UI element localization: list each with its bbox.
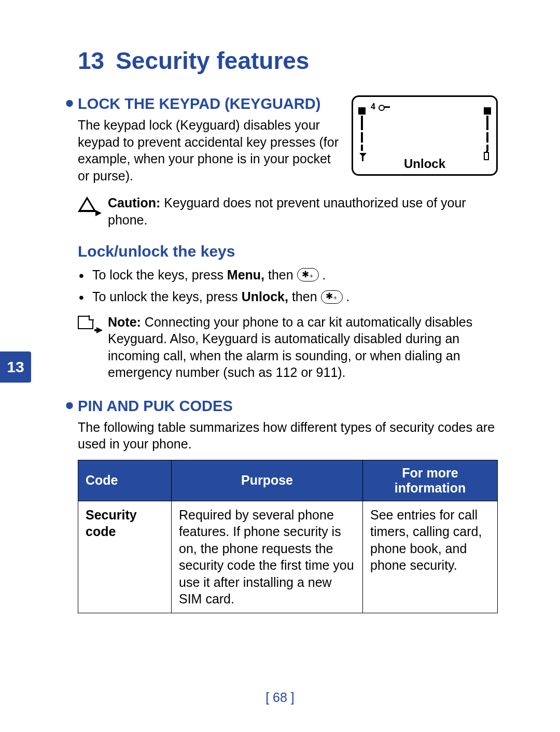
text-fragment: then <box>264 268 297 282</box>
section-heading-text: PIN AND PUK CODES <box>78 398 233 415</box>
phone-screen-illustration: 4 Unlock <box>352 95 498 176</box>
header-info: For more information <box>363 460 498 501</box>
lock-instruction: To lock the keys, press Menu, then ✱₊ . <box>92 265 498 284</box>
chapter-side-tab: 13 <box>0 351 31 383</box>
bullet-icon: • <box>65 400 74 411</box>
header-code: Code <box>78 460 172 501</box>
table-header-row: Code Purpose For more information <box>78 460 498 501</box>
caution-body: Keyguard does not prevent unauthorized u… <box>108 195 466 227</box>
unlock-key-label: Unlock, <box>242 289 288 304</box>
table-row: Security code Required by several phone … <box>78 501 498 613</box>
page-number: [ 68 ] <box>0 690 560 705</box>
cell-code: Security code <box>78 501 172 613</box>
chapter-title: 13Security features <box>78 47 498 75</box>
section-heading-keyguard: • LOCK THE KEYPAD (KEYGUARD) <box>78 95 341 112</box>
softkey-unlock-label: Unlock <box>353 157 496 171</box>
security-codes-table: Code Purpose For more information Securi… <box>78 460 498 613</box>
chapter-title-text: Security features <box>116 47 309 74</box>
text-fragment: To unlock the keys, press <box>92 289 242 304</box>
caution-label: Caution: <box>108 195 160 210</box>
key-lock-icon <box>379 104 390 109</box>
chapter-number: 13 <box>78 47 104 74</box>
header-purpose: Purpose <box>172 460 363 501</box>
text-fragment: . <box>319 268 326 282</box>
right-status-bar-icon <box>483 107 492 164</box>
cell-purpose: Required by several phone features. If p… <box>172 501 363 613</box>
sub-heading-lock-unlock: Lock/unlock the keys <box>78 243 498 260</box>
caution-icon <box>78 196 99 215</box>
note-label: Note: <box>108 315 141 329</box>
keyguard-description: The keypad lock (Keyguard) disables your… <box>78 117 341 184</box>
star-key-icon: ✱₊ <box>297 268 319 281</box>
star-key-icon: ✱₊ <box>321 290 343 304</box>
note-icon <box>78 316 99 334</box>
signal-strength-label: 4 <box>371 102 375 111</box>
note-text: Note: Connecting your phone to a car kit… <box>108 314 498 381</box>
note-body: Connecting your phone to a car kit autom… <box>108 315 472 380</box>
left-status-bar-icon <box>357 107 367 164</box>
cell-info: See entries for call timers, calling car… <box>363 501 498 613</box>
text-fragment: To lock the keys, press <box>92 268 227 282</box>
text-fragment: . <box>343 289 350 304</box>
section-heading-pin-puk: • PIN AND PUK CODES <box>78 398 498 415</box>
text-fragment: then <box>288 289 321 304</box>
menu-key-label: Menu, <box>227 268 264 282</box>
pin-puk-description: The following table summarizes how diffe… <box>78 419 498 453</box>
bullet-icon: • <box>65 97 74 109</box>
section-heading-text: LOCK THE KEYPAD (KEYGUARD) <box>78 95 320 112</box>
unlock-instruction: To unlock the keys, press Unlock, then ✱… <box>92 287 498 306</box>
caution-text: Caution: Keyguard does not prevent unaut… <box>108 194 498 228</box>
